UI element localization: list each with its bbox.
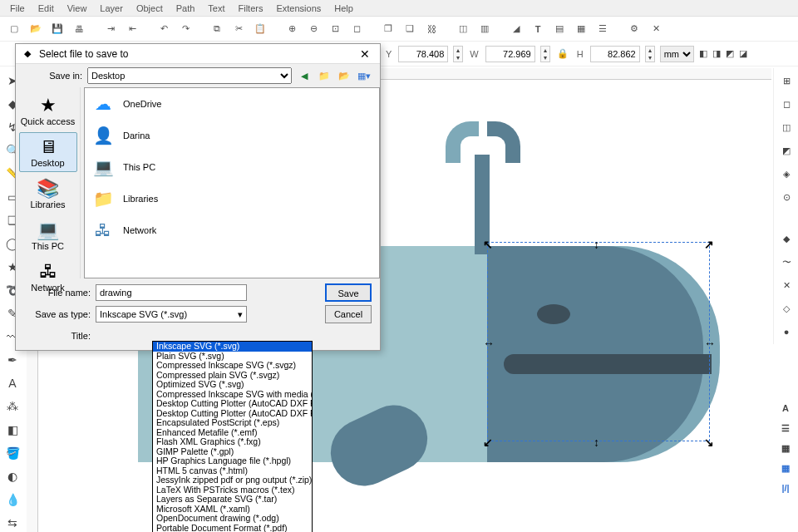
resize-handle-b[interactable]: ↕ — [594, 436, 603, 446]
cancel-button[interactable]: Cancel — [325, 305, 372, 323]
filetype-option[interactable]: Optimized SVG (*.svg) — [153, 380, 312, 390]
filetype-option[interactable]: Encapsulated PostScript (*.eps) — [153, 418, 312, 428]
layers-panel-icon[interactable]: ☰ — [775, 419, 796, 437]
guides-panel-icon[interactable]: |/| — [775, 479, 796, 497]
fill-icon[interactable]: ◢ — [507, 20, 525, 38]
place-desktop[interactable]: 🖥Desktop — [19, 132, 77, 172]
snap-smooth-icon[interactable]: ● — [776, 321, 797, 342]
whale-spout-shape[interactable] — [446, 121, 512, 246]
menu-extensions[interactable]: Extensions — [269, 2, 328, 15]
calligraphy-tool-icon[interactable]: ✒ — [2, 349, 23, 371]
snap-midpoint-icon[interactable]: ◈ — [776, 163, 797, 185]
zoom-out-icon[interactable]: ⊖ — [304, 20, 323, 38]
snap-corner-icon[interactable]: ◩ — [776, 140, 797, 161]
filetype-option[interactable]: Compressed plain SVG (*.svgz) — [153, 371, 312, 381]
transform-icon[interactable]: ◧ — [699, 48, 707, 59]
duplicate-icon[interactable]: ❐ — [379, 20, 397, 38]
cut-icon[interactable]: ✂ — [229, 20, 248, 38]
filetype-option[interactable]: Inkscape SVG (*.svg) — [153, 342, 312, 352]
filetype-option[interactable]: Portable Document Format (*.pdf) — [153, 524, 312, 533]
y-spinner[interactable]: ▴▾ — [453, 46, 463, 62]
file-item-network[interactable]: 🖧Network — [85, 214, 379, 246]
close-button[interactable]: ✕ — [355, 47, 375, 61]
filetype-option[interactable]: GIMP Palette (*.gpl) — [153, 447, 312, 457]
zoom-page-icon[interactable]: ◻ — [347, 20, 366, 38]
filetype-option[interactable]: HP Graphics Language file (*.hpgl) — [153, 456, 312, 466]
menu-edit[interactable]: Edit — [32, 2, 61, 15]
menu-file[interactable]: File — [3, 2, 32, 15]
filename-input[interactable] — [96, 284, 247, 301]
export-icon[interactable]: ⇤ — [123, 20, 141, 38]
gradient-tool-icon[interactable]: ◐ — [2, 466, 23, 487]
docprops-icon[interactable]: ✕ — [647, 20, 665, 38]
resize-handle-tl[interactable]: ↖ — [483, 238, 493, 248]
transform2-icon[interactable]: ◨ — [712, 48, 721, 59]
filetype-option[interactable]: HTML 5 canvas (*.html) — [153, 466, 312, 476]
menu-object[interactable]: Object — [130, 2, 170, 15]
resize-handle-bl[interactable]: ↙ — [483, 436, 493, 446]
clone-icon[interactable]: ❏ — [401, 20, 419, 38]
w-spinner[interactable]: ▴▾ — [540, 46, 550, 62]
print-icon[interactable]: 🖶 — [70, 20, 88, 38]
layers-icon[interactable]: ☰ — [594, 20, 612, 38]
snap-cusp-icon[interactable]: ◇ — [776, 298, 797, 319]
transform4-icon[interactable]: ◪ — [739, 48, 747, 59]
unlink-icon[interactable]: ⛓ — [422, 20, 441, 38]
menu-text[interactable]: Text — [201, 2, 231, 15]
filetype-option[interactable]: LaTeX With PSTricks macros (*.tex) — [153, 485, 312, 495]
savein-select[interactable]: Desktop — [87, 67, 292, 84]
zoom-fit-icon[interactable]: ⊡ — [326, 20, 344, 38]
resize-handle-r[interactable]: ↔ — [704, 337, 714, 347]
place-this-pc[interactable]: 💻This PC — [19, 215, 77, 255]
xml-icon[interactable]: ▤ — [550, 20, 569, 38]
object-panel-icon[interactable]: ▦ — [775, 439, 796, 457]
filetype-option[interactable]: Flash XML Graphics (*.fxg) — [153, 437, 312, 447]
filetype-option[interactable]: Compressed Inkscape SVG (*.svgz) — [153, 361, 312, 371]
ungroup-icon[interactable]: ▥ — [475, 20, 494, 38]
h-input[interactable] — [590, 46, 640, 62]
file-item-libraries[interactable]: 📁Libraries — [85, 183, 379, 214]
snap-toggle-icon[interactable]: ⊞ — [776, 70, 797, 91]
back-icon[interactable]: ◀ — [297, 68, 312, 83]
filetype-option[interactable]: Plain SVG (*.svg) — [153, 352, 312, 362]
connector-tool-icon[interactable]: ⇆ — [2, 512, 23, 532]
bucket-tool-icon[interactable]: 🪣 — [2, 442, 23, 464]
resize-handle-tr[interactable]: ↗ — [704, 238, 714, 248]
up-icon[interactable]: 📁 — [317, 68, 332, 83]
menu-layer[interactable]: Layer — [93, 2, 130, 15]
selection-box[interactable]: ↖ ↕ ↗ ↔ ↔ ↙ ↕ ↘ — [487, 242, 710, 441]
viewmenu-icon[interactable]: ▦▾ — [357, 68, 372, 83]
snap-bbox-icon[interactable]: ◻ — [776, 93, 797, 115]
filetype-option[interactable]: OpenDocument drawing (*.odg) — [153, 514, 312, 524]
save-button[interactable]: Save — [325, 283, 372, 302]
filetype-option[interactable]: Enhanced Metafile (*.emf) — [153, 428, 312, 438]
place-libraries[interactable]: 📚Libraries — [19, 174, 77, 214]
import-icon[interactable]: ⇥ — [101, 20, 120, 38]
newfolder-icon[interactable]: 📂 — [337, 68, 352, 83]
resize-handle-br[interactable]: ↘ — [704, 436, 714, 446]
text-tool-icon[interactable]: T — [529, 20, 547, 38]
align-icon[interactable]: ▦ — [572, 20, 590, 38]
zoom-in-icon[interactable]: ⊕ — [283, 20, 301, 38]
snap-path-icon[interactable]: 〜 — [776, 251, 797, 273]
save-icon[interactable]: 💾 — [48, 20, 66, 38]
group-icon[interactable]: ◫ — [454, 20, 472, 38]
snap-node-icon[interactable]: ◆ — [776, 228, 797, 249]
file-item-darina[interactable]: 👤Darina — [85, 120, 379, 151]
eraser-tool-icon[interactable]: ◧ — [2, 419, 23, 441]
dialog-titlebar[interactable]: ◆ Select file to save to ✕ — [16, 44, 380, 64]
w-input[interactable] — [485, 46, 535, 62]
dropper-tool-icon[interactable]: 💧 — [2, 489, 23, 510]
filetype-option[interactable]: JessyInk zipped pdf or png output (*.zip… — [153, 475, 312, 485]
spray-tool-icon[interactable]: ⁂ — [2, 396, 23, 417]
grid-panel-icon[interactable]: ▦ — [775, 459, 796, 477]
file-item-onedrive[interactable]: ☁OneDrive — [85, 88, 379, 120]
open-icon[interactable]: 📂 — [27, 20, 45, 38]
new-icon[interactable]: ▢ — [5, 20, 23, 38]
filetype-option[interactable]: Layers as Separate SVG (*.tar) — [153, 495, 312, 505]
redo-icon[interactable]: ↷ — [176, 20, 195, 38]
texttool-icon[interactable]: A — [2, 372, 23, 394]
savetype-dropdown[interactable]: Inkscape SVG (*.svg)Plain SVG (*.svg)Com… — [152, 341, 313, 532]
menu-path[interactable]: Path — [170, 2, 202, 15]
unit-select[interactable]: mm — [660, 46, 694, 62]
